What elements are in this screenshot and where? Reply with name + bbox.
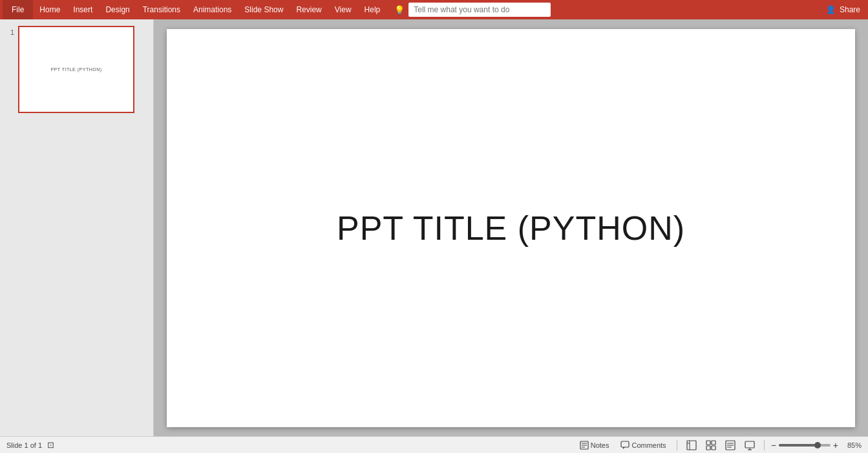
home-menu-item[interactable]: Home xyxy=(33,0,67,19)
divider-2 xyxy=(764,440,765,450)
menu-bar: File Home Insert Design Transitions Anim… xyxy=(0,0,868,19)
slide-panel: 1 PPT TITLE (PYTHON) xyxy=(0,19,154,436)
svg-rect-9 xyxy=(712,441,715,445)
presenter-view-icon xyxy=(745,440,755,450)
main-area: 1 PPT TITLE (PYTHON) PPT TITLE (PYTHON) xyxy=(0,19,868,436)
comments-icon xyxy=(620,441,630,450)
slide-title: PPT TITLE (PYTHON) xyxy=(337,209,685,248)
slide-thumbnail[interactable]: PPT TITLE (PYTHON) xyxy=(18,26,134,113)
zoom-slider-thumb xyxy=(814,442,821,448)
svg-rect-11 xyxy=(712,446,715,450)
normal-view-icon xyxy=(686,440,697,450)
svg-rect-4 xyxy=(621,441,629,447)
review-menu-item[interactable]: Review xyxy=(290,0,328,19)
search-box[interactable] xyxy=(408,3,551,17)
transitions-menu-item[interactable]: Transitions xyxy=(136,0,187,19)
comments-label: Comments xyxy=(631,441,666,449)
status-bar: Slide 1 of 1 ⊡ Notes Comments xyxy=(0,436,868,453)
notes-button[interactable]: Notes xyxy=(576,439,613,451)
help-menu-item[interactable]: Help xyxy=(358,0,387,19)
zoom-out-button[interactable]: − xyxy=(771,440,776,450)
presenter-view-button[interactable] xyxy=(742,439,757,452)
normal-view-button[interactable] xyxy=(684,439,699,452)
animations-menu-item[interactable]: Animations xyxy=(187,0,238,19)
notes-icon xyxy=(580,441,589,450)
person-icon: 👤 xyxy=(826,5,836,14)
reading-view-icon xyxy=(725,440,736,450)
notes-label: Notes xyxy=(591,441,609,449)
svg-rect-16 xyxy=(745,441,754,448)
grid-view-button[interactable] xyxy=(703,439,719,452)
status-right: Notes Comments xyxy=(576,439,862,452)
slideshow-menu-item[interactable]: Slide Show xyxy=(238,0,290,19)
design-menu-item[interactable]: Design xyxy=(99,0,136,19)
file-menu-button[interactable]: File xyxy=(3,0,33,19)
zoom-level-label[interactable]: 85% xyxy=(841,441,862,449)
fit-to-window-icon[interactable]: ⊡ xyxy=(47,440,54,450)
insert-menu-item[interactable]: Insert xyxy=(67,0,99,19)
svg-rect-8 xyxy=(706,441,710,445)
reading-view-button[interactable] xyxy=(723,439,738,452)
search-input[interactable] xyxy=(414,5,530,14)
grid-view-icon xyxy=(706,440,716,450)
lightbulb-icon: 💡 xyxy=(394,5,405,15)
share-button[interactable]: 👤 Share xyxy=(821,5,865,14)
zoom-in-button[interactable]: + xyxy=(833,440,838,450)
slide-view: PPT TITLE (PYTHON) xyxy=(154,19,868,436)
svg-rect-10 xyxy=(706,446,710,450)
slide-number: 1 xyxy=(5,28,14,36)
zoom-slider-fill xyxy=(779,444,818,447)
status-left: Slide 1 of 1 ⊡ xyxy=(6,440,576,450)
slide-thumbnail-text: PPT TITLE (PYTHON) xyxy=(50,67,101,72)
zoom-controls: − + 85% xyxy=(771,440,862,450)
view-menu-item[interactable]: View xyxy=(328,0,358,19)
slide-thumbnail-wrapper: 1 PPT TITLE (PYTHON) xyxy=(5,26,148,113)
divider xyxy=(677,440,677,450)
slide-info: Slide 1 of 1 xyxy=(6,441,42,449)
svg-rect-5 xyxy=(687,441,696,450)
zoom-slider[interactable] xyxy=(779,444,831,447)
slide-canvas[interactable]: PPT TITLE (PYTHON) xyxy=(167,29,855,427)
comments-button[interactable]: Comments xyxy=(617,439,670,451)
ribbon: File Home Insert Design Transitions Anim… xyxy=(0,0,868,19)
